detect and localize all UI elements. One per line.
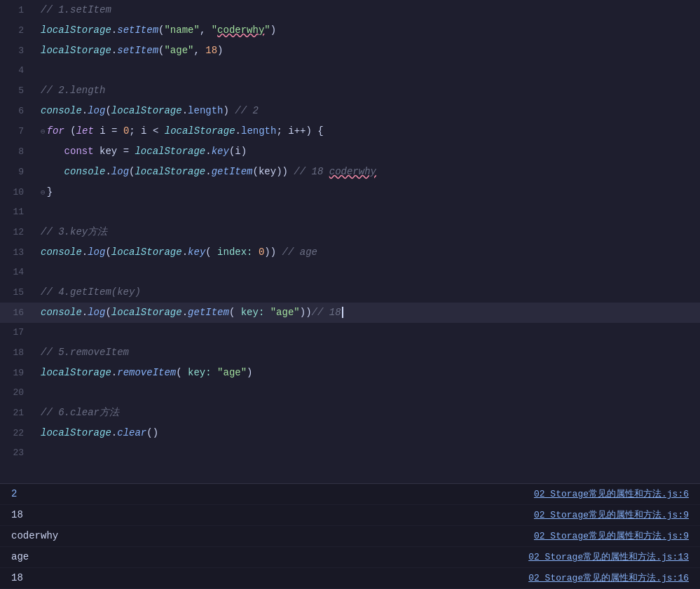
code-line-14: 14 bbox=[0, 263, 700, 282]
line-num-20: 20 bbox=[0, 383, 35, 403]
line-content-6: console.log(localStorage.length) // 2 bbox=[35, 101, 700, 120]
line-content-1: // 1.setItem bbox=[35, 0, 700, 20]
code-line-16: 16 console.log(localStorage.getItem( key… bbox=[0, 303, 700, 323]
line-content-7: ⊖for (let i = 0; i < localStorage.length… bbox=[35, 121, 700, 141]
line-num-12: 12 bbox=[0, 223, 35, 242]
code-line-13: 13 console.log(localStorage.key( index: … bbox=[0, 242, 700, 263]
line-content-12: // 3.key方法 bbox=[35, 222, 700, 242]
line-num-18: 18 bbox=[0, 343, 35, 363]
console-source-2[interactable]: 02_Storage常见的属性和方法.js:9 bbox=[534, 506, 700, 525]
line-num-11: 11 bbox=[0, 202, 35, 222]
code-line-9: 9 console.log(localStorage.getItem(key))… bbox=[0, 162, 700, 182]
console-value-2: 18 bbox=[0, 505, 534, 525]
line-content-13: console.log(localStorage.key( index: 0))… bbox=[35, 242, 700, 262]
line-num-13: 13 bbox=[0, 243, 35, 263]
code-line-19: 19 localStorage.removeItem( key: "age") bbox=[0, 363, 700, 383]
line-num-5: 5 bbox=[0, 81, 35, 101]
console-value-5: 18 bbox=[0, 568, 528, 588]
line-num-23: 23 bbox=[0, 443, 35, 463]
code-line-1: 1 // 1.setItem bbox=[0, 0, 700, 20]
line-num-4: 4 bbox=[0, 61, 35, 81]
code-line-10: 10 ⊖} bbox=[0, 182, 700, 202]
console-area: 2 02_Storage常见的属性和方法.js:6 18 02_Storage常… bbox=[0, 483, 700, 589]
console-output-line-4: age 02_Storage常见的属性和方法.js:13 bbox=[0, 547, 700, 568]
line-content-2: localStorage.setItem("name", "coderwhy") bbox=[35, 20, 700, 40]
console-output-line-1: 2 02_Storage常见的属性和方法.js:6 bbox=[0, 484, 700, 505]
line-num-1: 1 bbox=[0, 1, 35, 20]
code-line-17: 17 bbox=[0, 323, 700, 342]
line-content-22: localStorage.clear() bbox=[35, 423, 700, 443]
line-content-9: console.log(localStorage.getItem(key)) /… bbox=[35, 162, 700, 181]
line-content-8: const key = localStorage.key(i) bbox=[35, 141, 700, 161]
code-line-15: 15 // 4.getItem(key) bbox=[0, 282, 700, 303]
editor-container: 1 // 1.setItem 2 localStorage.setItem("n… bbox=[0, 0, 700, 589]
line-content-16: console.log(localStorage.getItem( key: "… bbox=[35, 303, 700, 322]
line-num-17: 17 bbox=[0, 323, 35, 342]
line-num-15: 15 bbox=[0, 283, 35, 303]
line-content-19: localStorage.removeItem( key: "age") bbox=[35, 363, 700, 382]
line-content-21: // 6.clear方法 bbox=[35, 403, 700, 422]
console-value-3: coderwhy bbox=[0, 526, 534, 546]
line-content-15: // 4.getItem(key) bbox=[35, 282, 700, 302]
line-content-10: ⊖} bbox=[35, 182, 700, 202]
line-num-19: 19 bbox=[0, 363, 35, 383]
code-line-4: 4 bbox=[0, 61, 700, 81]
line-num-3: 3 bbox=[0, 41, 35, 61]
console-source-3[interactable]: 02_Storage常见的属性和方法.js:9 bbox=[534, 527, 700, 546]
console-source-5[interactable]: 02_Storage常见的属性和方法.js:16 bbox=[528, 569, 700, 588]
code-line-3: 3 localStorage.setItem("age", 18) bbox=[0, 41, 700, 61]
code-line-5: 5 // 2.length bbox=[0, 81, 700, 101]
code-line-11: 11 bbox=[0, 202, 700, 222]
console-source-1[interactable]: 02_Storage常见的属性和方法.js:6 bbox=[534, 485, 700, 504]
line-num-14: 14 bbox=[0, 263, 35, 282]
console-output-line-2: 18 02_Storage常见的属性和方法.js:9 bbox=[0, 505, 700, 526]
code-line-23: 23 bbox=[0, 443, 700, 463]
line-num-7: 7 bbox=[0, 122, 35, 141]
console-source-4[interactable]: 02_Storage常见的属性和方法.js:13 bbox=[528, 548, 700, 567]
code-line-6: 6 console.log(localStorage.length) // 2 bbox=[0, 101, 700, 121]
line-num-21: 21 bbox=[0, 403, 35, 423]
code-line-22: 22 localStorage.clear() bbox=[0, 423, 700, 443]
line-num-10: 10 bbox=[0, 183, 35, 202]
code-line-2: 2 localStorage.setItem("name", "coderwhy… bbox=[0, 20, 700, 41]
line-num-9: 9 bbox=[0, 162, 35, 182]
line-num-22: 22 bbox=[0, 424, 35, 443]
line-num-2: 2 bbox=[0, 21, 35, 41]
line-num-8: 8 bbox=[0, 142, 35, 162]
line-num-16: 16 bbox=[0, 303, 35, 323]
code-line-18: 18 // 5.removeItem bbox=[0, 342, 700, 363]
code-line-20: 20 bbox=[0, 383, 700, 403]
code-line-8: 8 const key = localStorage.key(i) bbox=[0, 141, 700, 162]
line-content-3: localStorage.setItem("age", 18) bbox=[35, 41, 700, 60]
console-value-1: 2 bbox=[0, 484, 534, 504]
line-content-5: // 2.length bbox=[35, 81, 700, 100]
line-content-18: // 5.removeItem bbox=[35, 342, 700, 362]
code-line-12: 12 // 3.key方法 bbox=[0, 222, 700, 242]
code-area: 1 // 1.setItem 2 localStorage.setItem("n… bbox=[0, 0, 700, 483]
line-num-6: 6 bbox=[0, 102, 35, 121]
console-output-line-5: 18 02_Storage常见的属性和方法.js:16 bbox=[0, 568, 700, 589]
code-line-7: 7 ⊖for (let i = 0; i < localStorage.leng… bbox=[0, 121, 700, 141]
code-line-21: 21 // 6.clear方法 bbox=[0, 403, 700, 423]
console-output-line-3: coderwhy 02_Storage常见的属性和方法.js:9 bbox=[0, 526, 700, 547]
console-value-4: age bbox=[0, 547, 528, 567]
